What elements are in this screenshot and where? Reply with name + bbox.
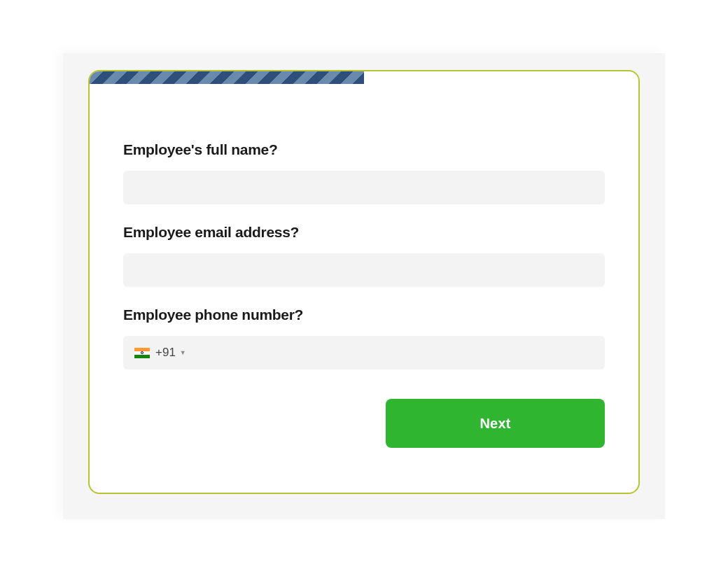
india-flag-icon[interactable] <box>134 348 150 358</box>
progress-bar <box>90 71 364 84</box>
email-label: Employee email address? <box>123 224 605 241</box>
next-button[interactable]: Next <box>386 399 605 448</box>
phone-field-group: Employee phone number? +91 ▼ <box>123 306 605 369</box>
email-input[interactable] <box>123 253 605 287</box>
phone-input[interactable] <box>192 336 594 369</box>
form-outer-wrapper: Employee's full name? Employee email add… <box>63 53 665 519</box>
email-field-group: Employee email address? <box>123 224 605 287</box>
button-row: Next <box>123 399 605 448</box>
name-field-group: Employee's full name? <box>123 141 605 204</box>
phone-label: Employee phone number? <box>123 306 605 323</box>
dial-code[interactable]: +91 <box>155 346 176 360</box>
form-card: Employee's full name? Employee email add… <box>88 70 640 494</box>
name-input[interactable] <box>123 171 605 204</box>
phone-input-wrapper: +91 ▼ <box>123 336 605 369</box>
form-content: Employee's full name? Employee email add… <box>90 71 638 476</box>
chevron-down-icon[interactable]: ▼ <box>180 349 186 356</box>
name-label: Employee's full name? <box>123 141 605 158</box>
